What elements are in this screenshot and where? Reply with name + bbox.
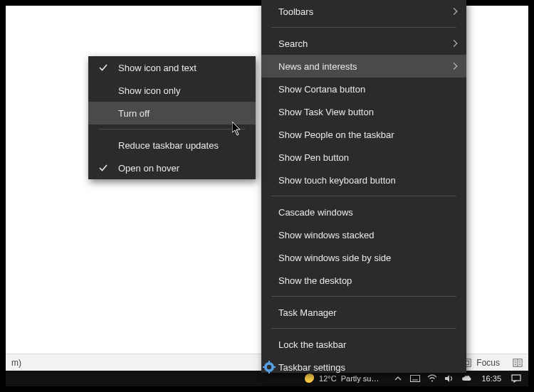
menu-item-label: Lock the taskbar xyxy=(278,339,346,350)
menu-item-label: Show icon and text xyxy=(118,63,197,73)
menu-item-label: Turn off xyxy=(118,108,150,119)
menu-item-news-and-interests[interactable]: News and interests xyxy=(261,55,466,78)
svg-rect-22 xyxy=(263,366,265,368)
svg-rect-21 xyxy=(268,371,270,374)
submenu-item-turn-off[interactable]: Turn off xyxy=(88,102,256,125)
menu-item-show-windows-stacked[interactable]: Show windows stacked xyxy=(261,223,466,246)
menu-item-show-windows-side-by-side[interactable]: Show windows side by side xyxy=(261,246,466,269)
menu-item-lock-the-taskbar[interactable]: Lock the taskbar xyxy=(261,333,466,356)
svg-point-15 xyxy=(431,381,433,382)
menu-item-label: Show Task View button xyxy=(278,107,374,117)
menu-item-label: Task Manager xyxy=(278,307,337,318)
menu-item-label: Reduce taskbar updates xyxy=(118,140,219,151)
menu-item-show-touch-keyboard[interactable]: Show touch keyboard button xyxy=(261,169,466,191)
menu-item-search[interactable]: Search xyxy=(261,32,466,55)
menu-item-label: Show touch keyboard button xyxy=(278,175,396,186)
menu-item-label: Show windows stacked xyxy=(278,230,374,240)
menu-separator xyxy=(271,296,456,297)
menu-item-cascade-windows[interactable]: Cascade windows xyxy=(261,201,466,223)
menu-separator xyxy=(271,328,456,329)
tray-clock[interactable]: 16:35 xyxy=(481,374,501,383)
check-icon xyxy=(98,63,108,73)
menu-item-label: Show icon only xyxy=(118,85,180,96)
menu-item-label: Toolbars xyxy=(278,6,313,17)
menu-item-show-people[interactable]: Show People on the taskbar xyxy=(261,123,466,146)
svg-rect-20 xyxy=(268,361,270,363)
svg-rect-23 xyxy=(273,366,276,368)
svg-rect-17 xyxy=(512,375,520,381)
menu-item-show-task-view[interactable]: Show Task View button xyxy=(261,100,466,123)
menu-item-label: Show Pen button xyxy=(278,152,349,163)
menu-separator xyxy=(271,27,456,28)
focus-label: Focus xyxy=(476,358,500,368)
menu-item-show-cortana[interactable]: Show Cortana button xyxy=(261,78,466,100)
menu-separator xyxy=(271,196,456,196)
reading-view-icon[interactable] xyxy=(513,358,523,368)
gear-icon xyxy=(263,361,276,374)
menu-item-taskbar-settings[interactable]: Taskbar settings xyxy=(261,356,466,378)
menu-item-label: Taskbar settings xyxy=(278,362,345,373)
submenu-item-show-icon-only[interactable]: Show icon only xyxy=(88,79,256,102)
menu-item-label: Show windows side by side xyxy=(278,253,391,263)
menu-item-label: Cascade windows xyxy=(278,207,353,218)
focus-button[interactable]: Focus xyxy=(462,358,500,368)
news-and-interests-submenu: Show icon and text Show icon only Turn o… xyxy=(88,56,256,179)
menu-item-label: Show the desktop xyxy=(278,275,352,286)
menu-item-label: Show People on the taskbar xyxy=(278,129,394,140)
submenu-item-open-on-hover[interactable]: Open on hover xyxy=(88,157,256,179)
menu-item-show-the-desktop[interactable]: Show the desktop xyxy=(261,269,466,292)
taskbar-context-menu: Toolbars Search News and interests Show … xyxy=(261,0,466,373)
svg-point-19 xyxy=(267,365,271,369)
submenu-item-show-icon-and-text[interactable]: Show icon and text xyxy=(88,56,256,79)
menu-item-task-manager[interactable]: Task Manager xyxy=(261,301,466,324)
menu-item-label: Search xyxy=(278,38,308,49)
menu-item-label: News and interests xyxy=(278,61,357,72)
tray-notifications-icon[interactable] xyxy=(511,374,521,383)
statusbar-left-fragment: m) xyxy=(11,358,21,368)
menu-item-label: Open on hover xyxy=(118,163,179,174)
menu-item-label: Show Cortana button xyxy=(278,84,365,95)
check-icon xyxy=(98,163,108,173)
menu-item-toolbars[interactable]: Toolbars xyxy=(261,0,466,23)
submenu-item-reduce-taskbar-updates[interactable]: Reduce taskbar updates xyxy=(88,134,256,157)
menu-separator xyxy=(98,129,246,129)
menu-item-show-pen[interactable]: Show Pen button xyxy=(261,146,466,169)
